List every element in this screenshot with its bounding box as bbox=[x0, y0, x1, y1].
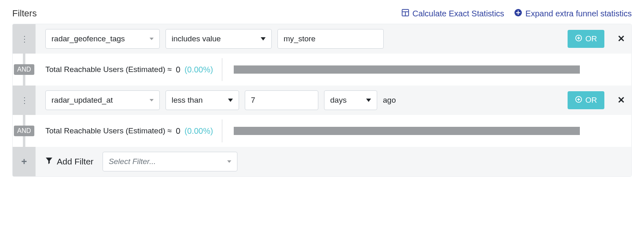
add-filter-select[interactable]: Select Filter... bbox=[103, 152, 237, 171]
divider bbox=[222, 119, 222, 142]
or-button[interactable]: OR bbox=[568, 30, 605, 48]
remove-filter-button[interactable]: ✕ bbox=[617, 34, 625, 44]
stats-value: 0 bbox=[176, 65, 180, 74]
filter-row: ⋮ radar_geofence_tags includes value my_… bbox=[13, 24, 631, 54]
add-filter-placeholder: Select Filter... bbox=[109, 157, 156, 166]
filter-row: ⋮ radar_updated_at less than 7 days ago bbox=[13, 86, 631, 115]
chevron-down-icon bbox=[227, 160, 231, 163]
drag-handle[interactable]: ⋮ bbox=[13, 24, 36, 54]
number-input[interactable]: 7 bbox=[245, 90, 318, 110]
plus-circle-icon bbox=[514, 9, 522, 19]
page-title: Filters bbox=[12, 8, 37, 19]
chevron-down-icon bbox=[150, 99, 154, 101]
or-button-label: OR bbox=[586, 34, 597, 43]
unit-select-value: days bbox=[330, 96, 347, 105]
chevron-down-icon bbox=[261, 37, 266, 40]
calculate-stats-label: Calculate Exact Statistics bbox=[412, 9, 504, 18]
chevron-down-icon bbox=[366, 99, 371, 102]
operator-select-value: less than bbox=[172, 96, 203, 105]
stats-label: Total Reachable Users (Estimated) ≈ bbox=[45, 65, 172, 74]
field-select[interactable]: radar_geofence_tags bbox=[45, 29, 160, 49]
add-filter-row: + Add Filter Select Filter... bbox=[13, 147, 631, 176]
chevron-down-icon bbox=[228, 99, 233, 102]
stats-row: AND Total Reachable Users (Estimated) ≈ … bbox=[13, 54, 631, 86]
field-select[interactable]: radar_updated_at bbox=[45, 90, 160, 110]
add-handle[interactable]: + bbox=[13, 147, 36, 176]
field-select-value: radar_geofence_tags bbox=[51, 34, 125, 43]
expand-stats-link[interactable]: Expand extra funnel statistics bbox=[514, 9, 632, 19]
field-select-value: radar_updated_at bbox=[51, 96, 113, 105]
divider bbox=[222, 58, 222, 81]
operator-select-value: includes value bbox=[172, 34, 221, 43]
table-icon bbox=[402, 9, 409, 18]
drag-handle[interactable]: ⋮ bbox=[13, 86, 36, 115]
drag-icon: ⋮ bbox=[20, 95, 28, 105]
expand-stats-label: Expand extra funnel statistics bbox=[525, 9, 632, 18]
stats-label: Total Reachable Users (Estimated) ≈ bbox=[45, 126, 172, 135]
operator-select[interactable]: includes value bbox=[165, 29, 272, 49]
number-input-text: 7 bbox=[251, 96, 255, 105]
stats-value: 0 bbox=[176, 126, 180, 136]
suffix-label: ago bbox=[383, 96, 396, 105]
value-input[interactable]: my_store bbox=[277, 29, 384, 49]
or-button-label: OR bbox=[586, 96, 597, 105]
value-input-text: my_store bbox=[284, 34, 315, 43]
or-button[interactable]: OR bbox=[568, 91, 605, 109]
funnel-icon bbox=[45, 157, 53, 166]
add-filter-label: Add Filter bbox=[45, 157, 94, 166]
chevron-down-icon bbox=[150, 38, 154, 40]
drag-icon: ⋮ bbox=[20, 34, 28, 44]
calculate-stats-link[interactable]: Calculate Exact Statistics bbox=[402, 9, 504, 18]
add-filter-text: Add Filter bbox=[57, 157, 94, 166]
and-badge: AND bbox=[14, 64, 34, 75]
plus-circle-icon bbox=[575, 96, 582, 105]
plus-circle-icon bbox=[575, 34, 582, 44]
stats-bar bbox=[234, 127, 580, 135]
operator-select[interactable]: less than bbox=[165, 90, 239, 110]
stats-percent: (0.00%) bbox=[184, 126, 213, 136]
stats-percent: (0.00%) bbox=[184, 65, 213, 74]
stats-bar bbox=[234, 65, 580, 74]
and-badge: AND bbox=[14, 126, 34, 136]
stats-row: AND Total Reachable Users (Estimated) ≈ … bbox=[13, 115, 631, 147]
unit-select[interactable]: days bbox=[324, 90, 377, 110]
remove-filter-button[interactable]: ✕ bbox=[617, 95, 625, 106]
